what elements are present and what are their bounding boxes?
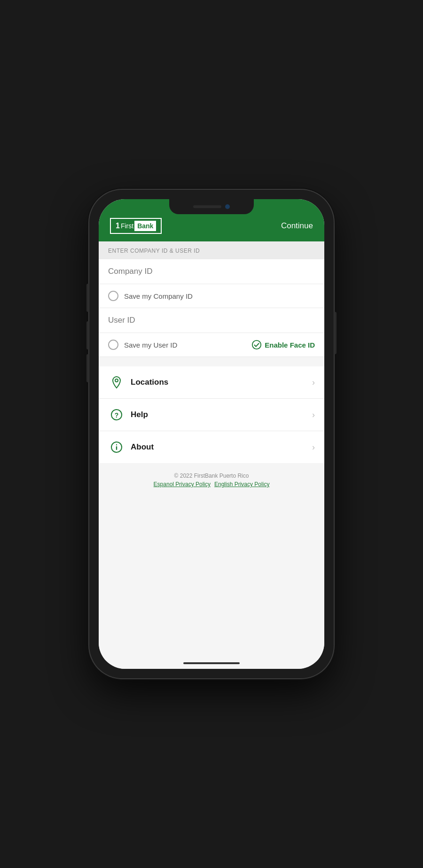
continue-button[interactable]: Continue [281, 221, 313, 231]
locations-label: Locations [131, 378, 312, 387]
spacer [99, 357, 324, 366]
logo-first-text: First [121, 222, 133, 230]
copyright-text: © 2022 FirstBank Puerto Rico [108, 473, 315, 479]
svg-point-0 [252, 341, 261, 349]
save-company-checkbox[interactable] [108, 291, 118, 301]
logo-number: 1 [116, 222, 120, 230]
user-id-row [99, 308, 324, 333]
notch-camera [225, 204, 230, 209]
info-icon [108, 439, 125, 456]
locations-chevron: › [312, 378, 315, 388]
about-chevron: › [312, 442, 315, 452]
help-label: Help [131, 410, 312, 419]
face-id-button[interactable]: Enable Face ID [251, 340, 315, 350]
logo-bank-text: Bank [137, 222, 153, 230]
app-logo: 1 First Bank [110, 218, 162, 234]
face-id-icon [251, 340, 262, 350]
save-user-label: Save my User ID [124, 341, 177, 349]
footer: © 2022 FirstBank Puerto Rico Espanol Pri… [99, 463, 324, 497]
company-id-group [99, 259, 324, 284]
help-icon: ? [108, 406, 125, 423]
save-user-row[interactable]: Save my User ID Enable Face ID [99, 333, 324, 357]
save-company-row[interactable]: Save my Company ID [99, 284, 324, 308]
save-user-checkbox[interactable] [108, 340, 118, 350]
svg-text:?: ? [115, 411, 119, 419]
form-section-header: ENTER COMPANY ID & USER ID [99, 241, 324, 259]
phone-screen: 1 First Bank Continue ENTER COMPANY ID &… [99, 199, 324, 669]
svg-rect-6 [116, 446, 117, 450]
menu-item-locations[interactable]: Locations › [99, 366, 324, 399]
main-content: ENTER COMPANY ID & USER ID Save my Compa… [99, 241, 324, 669]
footer-links: Espanol Privacy Policy English Privacy P… [108, 481, 315, 488]
menu-item-help[interactable]: ? Help › [99, 399, 324, 431]
menu-group: Locations › ? Help › [99, 366, 324, 463]
notch-speaker [193, 205, 221, 208]
espanol-privacy-link[interactable]: Espanol Privacy Policy [154, 481, 211, 488]
logo-box: 1 First Bank [110, 218, 162, 234]
face-id-label: Enable Face ID [265, 341, 315, 349]
company-id-input[interactable] [108, 267, 315, 276]
logo-bank-box: Bank [134, 221, 156, 231]
save-company-label: Save my Company ID [124, 292, 193, 300]
user-id-group [99, 308, 324, 333]
english-privacy-link[interactable]: English Privacy Policy [214, 481, 269, 488]
phone-notch [169, 199, 254, 214]
svg-point-5 [116, 444, 117, 445]
section-title: ENTER COMPANY ID & USER ID [108, 248, 200, 254]
company-id-row [99, 259, 324, 284]
location-icon [108, 374, 125, 391]
phone-frame: 1 First Bank Continue ENTER COMPANY ID &… [89, 190, 334, 678]
about-label: About [131, 442, 312, 452]
svg-point-1 [115, 379, 118, 382]
home-indicator [183, 662, 240, 664]
help-chevron: › [312, 410, 315, 420]
menu-item-about[interactable]: About › [99, 431, 324, 463]
user-id-input[interactable] [108, 316, 315, 325]
